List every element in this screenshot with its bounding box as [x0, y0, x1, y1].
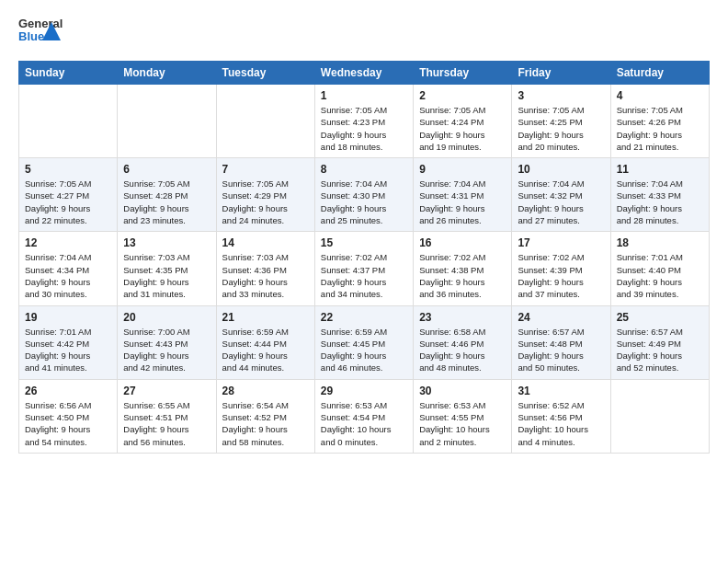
svg-text:General: General — [18, 17, 63, 30]
day-number: 23 — [419, 311, 506, 324]
calendar-cell: 10Sunrise: 7:04 AMSunset: 4:32 PMDayligh… — [512, 158, 610, 232]
calendar-cell: 12Sunrise: 7:04 AMSunset: 4:34 PMDayligh… — [19, 232, 118, 305]
calendar-cell: 22Sunrise: 6:59 AMSunset: 4:45 PMDayligh… — [314, 305, 413, 379]
calendar-cell: 5Sunrise: 7:05 AMSunset: 4:27 PMDaylight… — [19, 158, 118, 232]
calendar-cell: 30Sunrise: 6:53 AMSunset: 4:55 PMDayligh… — [414, 379, 512, 453]
day-number: 15 — [321, 236, 407, 249]
calendar-cell: 1Sunrise: 7:05 AMSunset: 4:23 PMDaylight… — [314, 85, 413, 158]
calendar-table: Sunday Monday Tuesday Wednesday Thursday… — [18, 61, 710, 454]
logo: General Blue — [18, 15, 63, 50]
calendar-cell: 20Sunrise: 7:00 AMSunset: 4:43 PMDayligh… — [118, 305, 216, 379]
day-info: Sunrise: 7:05 AMSunset: 4:24 PMDaylight:… — [419, 104, 506, 153]
calendar-cell — [610, 379, 709, 453]
calendar-cell: 27Sunrise: 6:55 AMSunset: 4:51 PMDayligh… — [118, 379, 216, 453]
header-wednesday: Wednesday — [314, 62, 413, 85]
calendar-row-3: 12Sunrise: 7:04 AMSunset: 4:34 PMDayligh… — [19, 232, 710, 305]
day-info: Sunrise: 7:04 AMSunset: 4:31 PMDaylight:… — [419, 178, 506, 226]
day-info: Sunrise: 7:05 AMSunset: 4:27 PMDaylight:… — [25, 178, 111, 226]
day-info: Sunrise: 7:05 AMSunset: 4:26 PMDaylight:… — [617, 104, 703, 153]
day-info: Sunrise: 7:00 AMSunset: 4:43 PMDaylight:… — [123, 326, 210, 374]
day-number: 18 — [617, 236, 703, 249]
day-number: 27 — [123, 385, 210, 397]
day-info: Sunrise: 6:55 AMSunset: 4:51 PMDaylight:… — [123, 399, 210, 448]
day-number: 29 — [321, 385, 407, 397]
day-info: Sunrise: 6:56 AMSunset: 4:50 PMDaylight:… — [25, 399, 111, 448]
day-number: 10 — [518, 163, 604, 176]
day-info: Sunrise: 6:59 AMSunset: 4:45 PMDaylight:… — [321, 326, 407, 374]
day-info: Sunrise: 7:04 AMSunset: 4:33 PMDaylight:… — [617, 178, 703, 226]
day-info: Sunrise: 6:58 AMSunset: 4:46 PMDaylight:… — [419, 326, 506, 374]
day-number: 11 — [617, 163, 703, 176]
day-info: Sunrise: 7:04 AMSunset: 4:34 PMDaylight:… — [25, 251, 111, 300]
day-number: 24 — [518, 311, 604, 324]
day-info: Sunrise: 6:59 AMSunset: 4:44 PMDaylight:… — [222, 326, 309, 374]
day-number: 20 — [123, 311, 210, 324]
day-info: Sunrise: 7:04 AMSunset: 4:30 PMDaylight:… — [321, 178, 407, 226]
day-info: Sunrise: 7:05 AMSunset: 4:29 PMDaylight:… — [222, 178, 309, 226]
day-number: 12 — [25, 236, 111, 249]
calendar-cell — [216, 85, 314, 158]
day-info: Sunrise: 6:57 AMSunset: 4:48 PMDaylight:… — [518, 326, 604, 374]
calendar-row-5: 26Sunrise: 6:56 AMSunset: 4:50 PMDayligh… — [19, 379, 710, 453]
logo-icon: General Blue — [18, 15, 63, 50]
calendar-cell: 16Sunrise: 7:02 AMSunset: 4:38 PMDayligh… — [414, 232, 512, 305]
day-info: Sunrise: 7:02 AMSunset: 4:39 PMDaylight:… — [518, 251, 604, 300]
calendar-cell: 25Sunrise: 6:57 AMSunset: 4:49 PMDayligh… — [610, 305, 709, 379]
day-info: Sunrise: 6:52 AMSunset: 4:56 PMDaylight:… — [518, 399, 604, 448]
header: General Blue — [18, 15, 710, 50]
calendar-cell: 9Sunrise: 7:04 AMSunset: 4:31 PMDaylight… — [414, 158, 512, 232]
day-info: Sunrise: 7:03 AMSunset: 4:36 PMDaylight:… — [222, 251, 309, 300]
day-number: 16 — [419, 236, 506, 249]
calendar-cell: 13Sunrise: 7:03 AMSunset: 4:35 PMDayligh… — [118, 232, 216, 305]
day-number: 25 — [617, 311, 703, 324]
day-info: Sunrise: 7:05 AMSunset: 4:28 PMDaylight:… — [123, 178, 210, 226]
calendar-cell: 31Sunrise: 6:52 AMSunset: 4:56 PMDayligh… — [512, 379, 610, 453]
calendar-cell: 26Sunrise: 6:56 AMSunset: 4:50 PMDayligh… — [19, 379, 118, 453]
day-info: Sunrise: 7:03 AMSunset: 4:35 PMDaylight:… — [123, 251, 210, 300]
header-tuesday: Tuesday — [216, 62, 314, 85]
day-number: 4 — [617, 89, 703, 102]
calendar-cell: 2Sunrise: 7:05 AMSunset: 4:24 PMDaylight… — [414, 85, 512, 158]
day-number: 6 — [123, 163, 210, 176]
calendar-cell: 6Sunrise: 7:05 AMSunset: 4:28 PMDaylight… — [118, 158, 216, 232]
calendar-cell: 19Sunrise: 7:01 AMSunset: 4:42 PMDayligh… — [19, 305, 118, 379]
day-number: 17 — [518, 236, 604, 249]
calendar-cell: 21Sunrise: 6:59 AMSunset: 4:44 PMDayligh… — [216, 305, 314, 379]
logo-svg: General Blue — [18, 15, 63, 50]
day-number: 7 — [222, 163, 309, 176]
calendar-cell: 7Sunrise: 7:05 AMSunset: 4:29 PMDaylight… — [216, 158, 314, 232]
day-number: 14 — [222, 236, 309, 249]
day-info: Sunrise: 7:05 AMSunset: 4:23 PMDaylight:… — [321, 104, 407, 153]
day-number: 26 — [25, 385, 111, 397]
day-number: 3 — [518, 89, 604, 102]
header-saturday: Saturday — [610, 62, 709, 85]
calendar-cell: 18Sunrise: 7:01 AMSunset: 4:40 PMDayligh… — [610, 232, 709, 305]
page: General Blue Sunday Monday Tuesday Wedne… — [0, 0, 728, 563]
calendar-cell: 23Sunrise: 6:58 AMSunset: 4:46 PMDayligh… — [414, 305, 512, 379]
day-info: Sunrise: 7:04 AMSunset: 4:32 PMDaylight:… — [518, 178, 604, 226]
calendar-cell: 3Sunrise: 7:05 AMSunset: 4:25 PMDaylight… — [512, 85, 610, 158]
day-info: Sunrise: 6:57 AMSunset: 4:49 PMDaylight:… — [617, 326, 703, 374]
day-info: Sunrise: 7:05 AMSunset: 4:25 PMDaylight:… — [518, 104, 604, 153]
calendar-cell: 17Sunrise: 7:02 AMSunset: 4:39 PMDayligh… — [512, 232, 610, 305]
day-info: Sunrise: 6:53 AMSunset: 4:55 PMDaylight:… — [419, 399, 506, 448]
day-info: Sunrise: 6:54 AMSunset: 4:52 PMDaylight:… — [222, 399, 309, 448]
calendar-cell — [19, 85, 118, 158]
calendar-cell: 8Sunrise: 7:04 AMSunset: 4:30 PMDaylight… — [314, 158, 413, 232]
day-number: 8 — [321, 163, 407, 176]
calendar-row-1: 1Sunrise: 7:05 AMSunset: 4:23 PMDaylight… — [19, 85, 710, 158]
calendar-cell: 4Sunrise: 7:05 AMSunset: 4:26 PMDaylight… — [610, 85, 709, 158]
calendar-cell: 28Sunrise: 6:54 AMSunset: 4:52 PMDayligh… — [216, 379, 314, 453]
day-number: 22 — [321, 311, 407, 324]
calendar-row-2: 5Sunrise: 7:05 AMSunset: 4:27 PMDaylight… — [19, 158, 710, 232]
calendar-cell: 24Sunrise: 6:57 AMSunset: 4:48 PMDayligh… — [512, 305, 610, 379]
calendar-cell: 29Sunrise: 6:53 AMSunset: 4:54 PMDayligh… — [314, 379, 413, 453]
header-sunday: Sunday — [19, 62, 118, 85]
day-number: 1 — [321, 89, 407, 102]
day-number: 30 — [419, 385, 506, 397]
day-info: Sunrise: 7:01 AMSunset: 4:42 PMDaylight:… — [25, 326, 111, 374]
day-info: Sunrise: 6:53 AMSunset: 4:54 PMDaylight:… — [321, 399, 407, 448]
day-number: 9 — [419, 163, 506, 176]
day-number: 19 — [25, 311, 111, 324]
header-monday: Monday — [118, 62, 216, 85]
